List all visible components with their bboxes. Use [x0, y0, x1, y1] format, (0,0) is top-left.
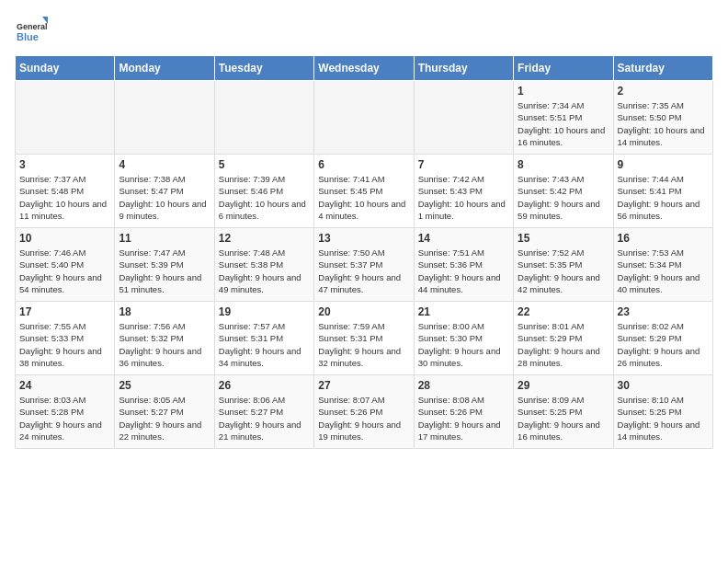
day-info: Sunrise: 8:03 AM Sunset: 5:28 PM Dayligh…	[19, 394, 110, 442]
day-number: 17	[19, 305, 110, 318]
day-cell-1-5	[414, 81, 513, 155]
page-header: General Blue	[15, 15, 713, 48]
day-header-thursday: Thursday	[414, 56, 513, 81]
day-cell-5-5: 28Sunrise: 8:08 AM Sunset: 5:26 PM Dayli…	[414, 375, 513, 449]
day-cell-4-1: 17Sunrise: 7:55 AM Sunset: 5:33 PM Dayli…	[16, 302, 115, 375]
logo-svg: General Blue	[15, 15, 48, 48]
day-number: 19	[219, 305, 310, 318]
day-info: Sunrise: 7:47 AM Sunset: 5:39 PM Dayligh…	[119, 247, 210, 295]
day-info: Sunrise: 8:07 AM Sunset: 5:26 PM Dayligh…	[318, 394, 409, 442]
day-cell-4-2: 18Sunrise: 7:56 AM Sunset: 5:32 PM Dayli…	[115, 302, 214, 375]
day-number: 23	[618, 305, 709, 318]
day-cell-3-3: 12Sunrise: 7:48 AM Sunset: 5:38 PM Dayli…	[214, 228, 313, 302]
day-info: Sunrise: 8:02 AM Sunset: 5:29 PM Dayligh…	[618, 320, 709, 369]
header-row: SundayMondayTuesdayWednesdayThursdayFrid…	[16, 56, 713, 81]
day-header-monday: Monday	[115, 56, 214, 81]
week-row-3: 10Sunrise: 7:46 AM Sunset: 5:40 PM Dayli…	[16, 228, 713, 302]
day-cell-1-4	[314, 81, 414, 155]
day-cell-5-1: 24Sunrise: 8:03 AM Sunset: 5:28 PM Dayli…	[16, 375, 115, 449]
calendar-body: 1Sunrise: 7:34 AM Sunset: 5:51 PM Daylig…	[16, 81, 713, 449]
day-number: 8	[518, 158, 609, 171]
day-number: 29	[518, 379, 609, 392]
day-number: 3	[19, 158, 110, 171]
day-cell-3-5: 14Sunrise: 7:51 AM Sunset: 5:36 PM Dayli…	[414, 228, 513, 302]
day-cell-2-3: 5Sunrise: 7:39 AM Sunset: 5:46 PM Daylig…	[214, 155, 313, 228]
day-info: Sunrise: 7:35 AM Sunset: 5:50 PM Dayligh…	[618, 99, 709, 148]
day-number: 30	[618, 379, 709, 392]
day-info: Sunrise: 7:46 AM Sunset: 5:40 PM Dayligh…	[19, 247, 110, 295]
day-number: 24	[19, 379, 110, 392]
week-row-2: 3Sunrise: 7:37 AM Sunset: 5:48 PM Daylig…	[16, 155, 713, 228]
day-number: 1	[518, 85, 609, 98]
svg-text:Blue: Blue	[17, 31, 39, 42]
day-cell-4-3: 19Sunrise: 7:57 AM Sunset: 5:31 PM Dayli…	[214, 302, 313, 375]
day-number: 15	[518, 232, 609, 245]
day-number: 20	[318, 305, 409, 318]
calendar-header: SundayMondayTuesdayWednesdayThursdayFrid…	[16, 56, 713, 81]
day-info: Sunrise: 7:39 AM Sunset: 5:46 PM Dayligh…	[219, 173, 310, 222]
week-row-1: 1Sunrise: 7:34 AM Sunset: 5:51 PM Daylig…	[16, 81, 713, 155]
day-info: Sunrise: 7:50 AM Sunset: 5:37 PM Dayligh…	[318, 247, 409, 295]
day-cell-2-4: 6Sunrise: 7:41 AM Sunset: 5:45 PM Daylig…	[314, 155, 414, 228]
day-number: 14	[418, 232, 509, 245]
day-cell-1-2	[115, 81, 214, 155]
day-cell-4-7: 23Sunrise: 8:02 AM Sunset: 5:29 PM Dayli…	[613, 302, 712, 375]
day-cell-5-6: 29Sunrise: 8:09 AM Sunset: 5:25 PM Dayli…	[514, 375, 613, 449]
day-number: 22	[518, 305, 609, 318]
day-info: Sunrise: 7:34 AM Sunset: 5:51 PM Dayligh…	[518, 99, 609, 148]
day-info: Sunrise: 7:57 AM Sunset: 5:31 PM Dayligh…	[219, 320, 310, 369]
day-info: Sunrise: 7:52 AM Sunset: 5:35 PM Dayligh…	[518, 247, 609, 295]
day-cell-4-4: 20Sunrise: 7:59 AM Sunset: 5:31 PM Dayli…	[314, 302, 414, 375]
day-cell-1-3	[214, 81, 313, 155]
day-number: 25	[119, 379, 210, 392]
day-number: 2	[618, 85, 709, 98]
day-cell-4-5: 21Sunrise: 8:00 AM Sunset: 5:30 PM Dayli…	[414, 302, 513, 375]
day-number: 13	[318, 232, 409, 245]
day-info: Sunrise: 8:00 AM Sunset: 5:30 PM Dayligh…	[418, 320, 509, 369]
day-cell-3-7: 16Sunrise: 7:53 AM Sunset: 5:34 PM Dayli…	[613, 228, 712, 302]
day-info: Sunrise: 7:43 AM Sunset: 5:42 PM Dayligh…	[518, 173, 609, 222]
day-info: Sunrise: 7:44 AM Sunset: 5:41 PM Dayligh…	[618, 173, 709, 222]
day-cell-3-1: 10Sunrise: 7:46 AM Sunset: 5:40 PM Dayli…	[16, 228, 115, 302]
logo: General Blue	[15, 15, 48, 48]
day-cell-2-2: 4Sunrise: 7:38 AM Sunset: 5:47 PM Daylig…	[115, 155, 214, 228]
day-cell-3-6: 15Sunrise: 7:52 AM Sunset: 5:35 PM Dayli…	[514, 228, 613, 302]
day-info: Sunrise: 7:41 AM Sunset: 5:45 PM Dayligh…	[318, 173, 409, 222]
day-cell-3-2: 11Sunrise: 7:47 AM Sunset: 5:39 PM Dayli…	[115, 228, 214, 302]
day-header-wednesday: Wednesday	[314, 56, 414, 81]
day-cell-5-4: 27Sunrise: 8:07 AM Sunset: 5:26 PM Dayli…	[314, 375, 414, 449]
day-info: Sunrise: 7:38 AM Sunset: 5:47 PM Dayligh…	[119, 173, 210, 222]
day-number: 27	[318, 379, 409, 392]
day-cell-1-6: 1Sunrise: 7:34 AM Sunset: 5:51 PM Daylig…	[514, 81, 613, 155]
day-info: Sunrise: 7:53 AM Sunset: 5:34 PM Dayligh…	[618, 247, 709, 295]
day-info: Sunrise: 7:42 AM Sunset: 5:43 PM Dayligh…	[418, 173, 509, 222]
day-info: Sunrise: 7:51 AM Sunset: 5:36 PM Dayligh…	[418, 247, 509, 295]
day-cell-1-7: 2Sunrise: 7:35 AM Sunset: 5:50 PM Daylig…	[613, 81, 712, 155]
day-cell-4-6: 22Sunrise: 8:01 AM Sunset: 5:29 PM Dayli…	[514, 302, 613, 375]
day-cell-5-3: 26Sunrise: 8:06 AM Sunset: 5:27 PM Dayli…	[214, 375, 313, 449]
day-info: Sunrise: 8:09 AM Sunset: 5:25 PM Dayligh…	[518, 394, 609, 442]
day-header-saturday: Saturday	[613, 56, 712, 81]
week-row-5: 24Sunrise: 8:03 AM Sunset: 5:28 PM Dayli…	[16, 375, 713, 449]
calendar-table: SundayMondayTuesdayWednesdayThursdayFrid…	[15, 55, 713, 449]
day-header-sunday: Sunday	[16, 56, 115, 81]
day-cell-2-1: 3Sunrise: 7:37 AM Sunset: 5:48 PM Daylig…	[16, 155, 115, 228]
day-info: Sunrise: 8:10 AM Sunset: 5:25 PM Dayligh…	[618, 394, 709, 442]
day-cell-5-7: 30Sunrise: 8:10 AM Sunset: 5:25 PM Dayli…	[613, 375, 712, 449]
day-info: Sunrise: 7:55 AM Sunset: 5:33 PM Dayligh…	[19, 320, 110, 369]
day-number: 11	[119, 232, 210, 245]
day-cell-2-6: 8Sunrise: 7:43 AM Sunset: 5:42 PM Daylig…	[514, 155, 613, 228]
day-info: Sunrise: 8:05 AM Sunset: 5:27 PM Dayligh…	[119, 394, 210, 442]
day-header-tuesday: Tuesday	[214, 56, 313, 81]
day-info: Sunrise: 7:48 AM Sunset: 5:38 PM Dayligh…	[219, 247, 310, 295]
day-number: 4	[119, 158, 210, 171]
day-info: Sunrise: 8:08 AM Sunset: 5:26 PM Dayligh…	[418, 394, 509, 442]
day-header-friday: Friday	[514, 56, 613, 81]
day-number: 16	[618, 232, 709, 245]
day-info: Sunrise: 8:06 AM Sunset: 5:27 PM Dayligh…	[219, 394, 310, 442]
day-number: 7	[418, 158, 509, 171]
day-number: 10	[19, 232, 110, 245]
day-number: 9	[618, 158, 709, 171]
day-number: 18	[119, 305, 210, 318]
day-number: 28	[418, 379, 509, 392]
